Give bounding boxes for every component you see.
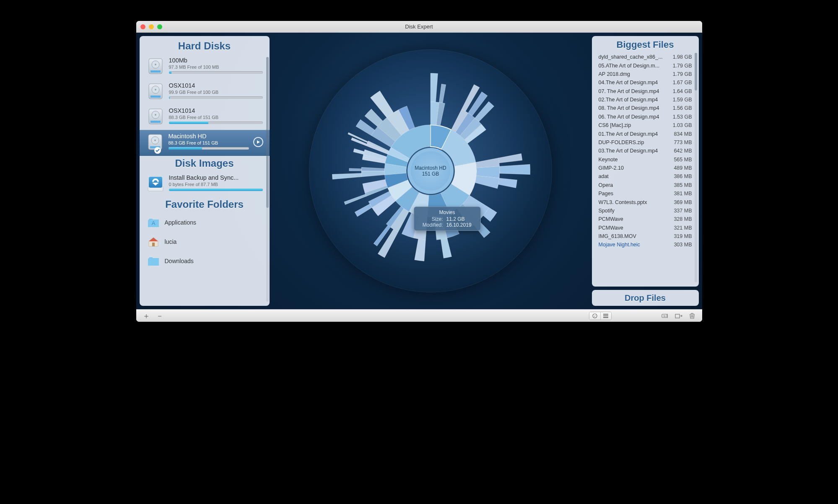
hard-disk-icon bbox=[146, 82, 165, 101]
sunburst-segment[interactable] bbox=[498, 178, 517, 188]
file-size: 1.59 GB bbox=[673, 97, 692, 103]
disk-item[interactable]: OSX1014 99.9 GB Free of 100 GB bbox=[140, 80, 270, 105]
favorite-item[interactable]: Downloads bbox=[140, 251, 270, 271]
sunburst-segment[interactable] bbox=[344, 194, 366, 205]
minimize-icon[interactable] bbox=[149, 24, 154, 29]
sunburst-segment[interactable] bbox=[441, 238, 451, 258]
zoom-icon[interactable] bbox=[157, 24, 162, 29]
sunburst-segment[interactable] bbox=[415, 239, 426, 261]
file-row[interactable]: Opera385 MB bbox=[595, 181, 695, 189]
disk-image-item[interactable]: Install Backup and Sync... 0 bytes Free … bbox=[140, 172, 270, 197]
sunburst-hub[interactable]: Macintosh HD 151 GB bbox=[407, 148, 454, 194]
file-row[interactable]: 03.The Art of Design.mp4642 MB bbox=[595, 147, 695, 155]
file-size: 337 MB bbox=[674, 208, 692, 214]
file-name: W7L3. Contests.pptx bbox=[599, 199, 647, 205]
sunburst-segment[interactable] bbox=[353, 149, 364, 155]
export-icon[interactable] bbox=[674, 312, 684, 320]
file-size: 1.53 GB bbox=[673, 114, 692, 120]
section-hard-disks: Hard Disks bbox=[140, 39, 270, 54]
sunburst-segment[interactable] bbox=[361, 167, 384, 171]
file-name: adat bbox=[599, 173, 609, 179]
file-row[interactable]: 07. The Art of Design.mp41.64 GB bbox=[595, 87, 695, 96]
sunburst-segment[interactable] bbox=[378, 229, 398, 258]
titlebar[interactable]: Disk Expert bbox=[136, 21, 702, 33]
file-row[interactable]: adat386 MB bbox=[595, 172, 695, 181]
file-row[interactable]: PCMWave328 MB bbox=[595, 215, 695, 223]
file-row[interactable]: 04.The Art of Design.mp41.67 GB bbox=[595, 78, 695, 87]
file-name: 05.AThe Art of Design.m... bbox=[599, 63, 660, 69]
sidebar-scrollbar[interactable] bbox=[266, 57, 269, 302]
file-row[interactable]: AP 2018.dmg1.79 GB bbox=[595, 70, 695, 78]
hard-disk-icon bbox=[146, 107, 165, 126]
file-name: PCMWave bbox=[599, 225, 623, 231]
file-name: Pages bbox=[599, 191, 613, 196]
app-window: Disk Expert Hard Disks 100Mb 97.3 MB Fre… bbox=[136, 21, 702, 322]
sunburst-segment[interactable] bbox=[500, 164, 530, 174]
sidebar: Hard Disks 100Mb 97.3 MB Free of 100 MB … bbox=[140, 36, 270, 306]
disk-usage-bar bbox=[169, 147, 249, 150]
svg-point-6 bbox=[155, 89, 156, 90]
trash-icon[interactable] bbox=[687, 312, 697, 320]
file-size: 565 MB bbox=[674, 157, 692, 163]
disk-free-label: 88.3 GB Free of 151 GB bbox=[169, 140, 249, 145]
file-row[interactable]: 08. The Art of Design.mp41.56 GB bbox=[595, 104, 695, 112]
file-row[interactable]: 05.AThe Art of Design.m...1.79 GB bbox=[595, 61, 695, 70]
file-name: AP 2018.dmg bbox=[599, 71, 630, 77]
svg-rect-11 bbox=[150, 121, 161, 123]
file-row[interactable]: PCMWave321 MB bbox=[595, 224, 695, 232]
svg-rect-17 bbox=[149, 177, 162, 188]
file-row[interactable]: IMG_6138.MOV319 MB bbox=[595, 232, 695, 240]
disk-usage-bar bbox=[169, 121, 263, 124]
sunburst-segment[interactable] bbox=[498, 154, 522, 163]
sunburst-segment[interactable] bbox=[355, 204, 372, 217]
disk-image-usage-bar bbox=[169, 189, 263, 191]
remove-button[interactable]: － bbox=[155, 312, 165, 320]
favorite-label: Downloads bbox=[165, 258, 194, 264]
file-row[interactable]: CS6 [Mac].zip1.03 GB bbox=[595, 121, 695, 129]
file-row[interactable]: Mojave Night.heic303 MB bbox=[595, 240, 695, 249]
file-row[interactable]: 01.The Art of Design.mp4834 MB bbox=[595, 129, 695, 138]
drop-files-button[interactable]: Drop Files bbox=[592, 290, 699, 306]
disk-usage-bar bbox=[169, 96, 263, 99]
file-row[interactable]: DUP-FOLDERS.zip773 MB bbox=[595, 138, 695, 147]
add-button[interactable]: ＋ bbox=[141, 312, 151, 320]
svg-rect-7 bbox=[150, 96, 161, 98]
sunburst-segment[interactable] bbox=[431, 73, 438, 102]
file-name: CS6 [Mac].zip bbox=[599, 122, 631, 128]
file-row[interactable]: GIMP-2.10489 MB bbox=[595, 164, 695, 172]
file-row[interactable]: Spotify337 MB bbox=[595, 207, 695, 215]
sunburst-segment[interactable] bbox=[361, 171, 384, 177]
disk-item[interactable]: OSX1014 88.3 GB Free of 151 GB bbox=[140, 105, 270, 130]
file-size: 1.56 GB bbox=[673, 105, 692, 111]
sunburst-area[interactable]: Macintosh HD 151 GB Movies Size:11.2 GB … bbox=[271, 33, 590, 309]
info-view-icon[interactable]: i bbox=[589, 312, 600, 320]
file-size: 385 MB bbox=[674, 182, 692, 188]
file-row[interactable]: 02.The Art of Design.mp41.59 GB bbox=[595, 96, 695, 104]
sunburst-segment[interactable] bbox=[439, 84, 446, 103]
favorite-item[interactable]: AApplications bbox=[140, 213, 270, 232]
sunburst-segment[interactable] bbox=[332, 173, 361, 179]
file-row[interactable]: 06. The Art of Design.mp41.53 GB bbox=[595, 113, 695, 121]
file-row[interactable]: dyld_shared_cache_x86_...1.98 GB bbox=[595, 53, 695, 61]
close-icon[interactable] bbox=[140, 24, 145, 29]
file-name: Keynote bbox=[599, 157, 618, 163]
selected-check-icon bbox=[154, 147, 161, 154]
file-size: 1.03 GB bbox=[673, 122, 692, 128]
disk-item[interactable]: Macintosh HD 88.3 GB Free of 151 GB bbox=[140, 130, 270, 156]
favorite-item[interactable]: lucia bbox=[140, 232, 270, 251]
files-scrollbar[interactable] bbox=[695, 53, 697, 282]
file-row[interactable]: W7L3. Contests.pptx369 MB bbox=[595, 198, 695, 206]
list-view-icon[interactable] bbox=[600, 312, 611, 320]
file-row[interactable]: Keynote565 MB bbox=[595, 155, 695, 164]
svg-point-2 bbox=[155, 64, 156, 65]
sunburst-segment[interactable] bbox=[476, 158, 500, 168]
rename-icon[interactable]: N bbox=[660, 312, 670, 320]
scan-play-button[interactable] bbox=[253, 137, 263, 147]
disk-item[interactable]: 100Mb 97.3 MB Free of 100 MB bbox=[140, 54, 270, 80]
hub-size: 151 GB bbox=[422, 171, 439, 177]
file-row[interactable]: Pages381 MB bbox=[595, 189, 695, 198]
view-mode-segment[interactable]: i bbox=[589, 312, 612, 320]
sunburst-segment[interactable] bbox=[475, 176, 499, 189]
sunburst-segment[interactable] bbox=[349, 168, 361, 171]
file-size: 773 MB bbox=[674, 140, 692, 145]
